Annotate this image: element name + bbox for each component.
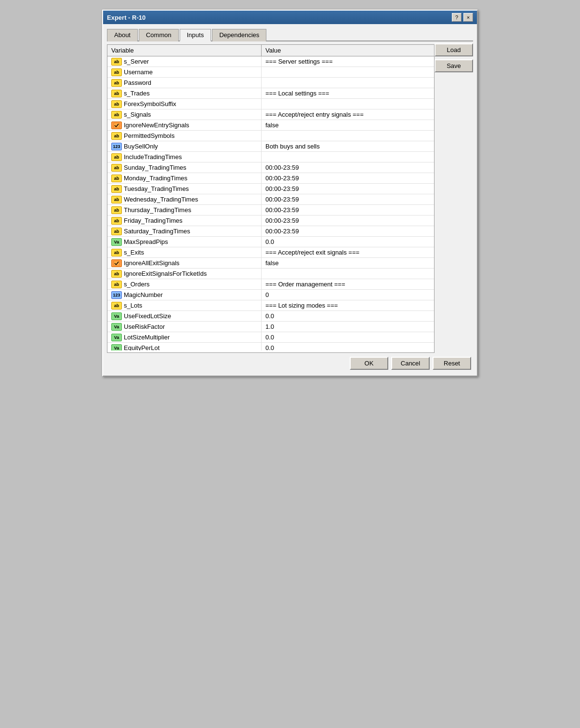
variable-name: Friday_TradingTimes [124,217,183,224]
content-area: AboutCommonInputsDependencies Variable V… [103,24,477,376]
row-value-cell: 0 [262,290,434,300]
col-header-value: Value [262,45,434,56]
window-title: Expert - R-10 [107,14,145,21]
row-variable-cell: abUsername [107,67,262,77]
row-variable-cell: abWednesday_TradingTimes [107,194,262,204]
variable-name: BuySellOnly [124,143,158,150]
table-row[interactable]: abs_Exits=== Accept/reject exit signals … [107,247,434,258]
row-value-cell: === Accept/reject entry signals === [262,109,434,120]
table-row[interactable]: IgnoreNewEntrySignalsfalse [107,120,434,131]
variable-name: MagicNumber [124,291,163,298]
table-row[interactable]: VaLotSizeMultiplier0.0 [107,332,434,343]
row-value-cell: 0.0 [262,311,434,321]
table-row[interactable]: abTuesday_TradingTimes00:00-23:59 [107,184,434,194]
variable-name: Thursday_TradingTimes [124,206,191,214]
table-row[interactable]: abs_Trades=== Local settings === [107,88,434,99]
row-value-cell [262,131,434,141]
tab-common[interactable]: Common [139,29,179,41]
table-row[interactable]: 123MagicNumber0 [107,290,434,300]
row-value-cell: === Server settings === [262,56,434,67]
type-badge: ab [111,68,122,76]
table-row[interactable]: IgnoreAllExitSignalsfalse [107,258,434,269]
variable-name: Monday_TradingTimes [124,175,187,182]
table-row[interactable]: abPermittedSymbols [107,131,434,141]
row-value-cell [262,67,434,77]
main-window: Expert - R-10 ? × AboutCommonInputsDepen… [102,10,478,377]
inputs-table: Variable Value abs_Server=== Server sett… [107,44,435,353]
type-badge: Va [111,334,122,341]
table-row[interactable]: 123BuySellOnlyBoth buys and sells [107,141,434,152]
row-value-cell [262,99,434,109]
type-badge: ab [111,58,122,66]
table-row[interactable]: abMonday_TradingTimes00:00-23:59 [107,173,434,184]
tab-inputs[interactable]: Inputs [180,29,211,41]
load-button[interactable]: Load [435,43,473,56]
row-variable-cell: abPermittedSymbols [107,131,262,141]
type-badge: Va [111,312,122,320]
row-value-cell: 0.0 [262,237,434,247]
table-body[interactable]: abs_Server=== Server settings ===abUsern… [107,56,434,351]
reset-button[interactable]: Reset [433,357,471,370]
table-row[interactable]: abs_Signals=== Accept/reject entry signa… [107,109,434,120]
row-variable-cell: abSaturday_TradingTimes [107,226,262,236]
variable-name: s_Orders [124,281,149,288]
table-row[interactable]: abPassword [107,78,434,88]
variable-name: s_Lots [124,302,142,309]
type-badge: ab [111,90,122,97]
row-value-cell: 00:00-23:59 [262,194,434,204]
row-variable-cell: abs_Server [107,56,262,67]
row-value-cell [262,269,434,279]
variable-name: Wednesday_TradingTimes [124,196,198,203]
row-variable-cell: abMonday_TradingTimes [107,173,262,183]
help-button[interactable]: ? [452,13,461,22]
type-badge: 123 [111,291,122,299]
tab-dependencies[interactable]: Dependencies [212,29,266,41]
variable-name: s_Signals [124,111,151,118]
variable-name: s_Exits [124,249,144,256]
table-row[interactable]: abWednesday_TradingTimes00:00-23:59 [107,194,434,205]
cancel-button[interactable]: Cancel [391,357,430,370]
table-row[interactable]: abSaturday_TradingTimes00:00-23:59 [107,226,434,237]
row-variable-cell: abIncludeTradingTimes [107,152,262,162]
table-row[interactable]: abs_Server=== Server settings === [107,56,434,67]
type-badge: ab [111,302,122,310]
table-row[interactable]: abIncludeTradingTimes [107,152,434,162]
row-variable-cell: VaMaxSpreadPips [107,237,262,247]
variable-name: s_Trades [124,90,150,97]
table-row[interactable]: abThursday_TradingTimes00:00-23:59 [107,205,434,216]
table-row[interactable]: abIgnoreExitSignalsForTicketIds [107,269,434,279]
table-row[interactable]: VaUseRiskFactor1.0 [107,322,434,332]
table-row[interactable]: VaMaxSpreadPips0.0 [107,237,434,247]
type-badge: ab [111,100,122,108]
table-row[interactable]: VaUseFixedLotSize0.0 [107,311,434,322]
row-variable-cell: abs_Lots [107,300,262,310]
variable-name: IgnoreExitSignalsForTicketIds [124,270,207,277]
row-value-cell [262,152,434,162]
table-row[interactable]: abs_Lots=== Lot sizing modes === [107,300,434,311]
table-row[interactable]: abs_Orders=== Order management === [107,279,434,290]
row-variable-cell: 123MagicNumber [107,290,262,300]
table-row[interactable]: VaEquityPerLot0.0 [107,343,434,351]
row-variable-cell: abTuesday_TradingTimes [107,184,262,194]
table-row[interactable]: abSunday_TradingTimes00:00-23:59 [107,162,434,173]
type-badge: ab [111,153,122,161]
svg-rect-1 [114,261,119,266]
row-value-cell: === Accept/reject exit signals === [262,247,434,257]
variable-name: IgnoreAllExitSignals [124,259,180,267]
ok-button[interactable]: OK [350,357,388,370]
table-row[interactable]: abForexSymbolSuffix [107,99,434,109]
row-variable-cell: VaUseFixedLotSize [107,311,262,321]
save-button[interactable]: Save [435,59,473,72]
close-button[interactable]: × [463,13,473,22]
row-variable-cell: abs_Trades [107,88,262,98]
variable-name: EquityPerLot [124,344,159,351]
table-row[interactable]: abFriday_TradingTimes00:00-23:59 [107,216,434,226]
variable-name: Saturday_TradingTimes [124,228,190,235]
variable-name: IncludeTradingTimes [124,153,182,161]
table-row[interactable]: abUsername [107,67,434,78]
row-variable-cell: IgnoreNewEntrySignals [107,120,262,130]
row-value-cell [262,78,434,88]
tab-about[interactable]: About [107,29,138,41]
variable-name: PermittedSymbols [124,132,174,139]
col-header-variable: Variable [107,45,262,56]
